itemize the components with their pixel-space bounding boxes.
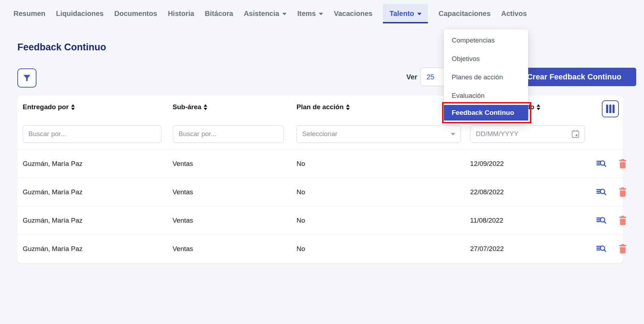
- columns-icon: [606, 105, 608, 113]
- view-details-button[interactable]: [596, 159, 607, 169]
- nav-tab-label: Capacitaciones: [439, 10, 491, 18]
- chevron-down-icon: [282, 13, 287, 15]
- trash-icon: [618, 187, 627, 197]
- create-feedback-button[interactable]: Crear Feedback Continuo: [512, 68, 636, 86]
- cell-creado: 27/07/2022: [470, 235, 504, 263]
- sort-icon: [71, 104, 75, 110]
- nav-tab-label: Items: [297, 10, 316, 18]
- funnel-icon: [22, 73, 32, 83]
- list-search-icon: [596, 244, 607, 253]
- cell-creado: 11/08/2022: [470, 206, 503, 235]
- delete-button[interactable]: [617, 244, 628, 254]
- talento-dropdown-menu: Competencias Objetivos Planes de acción …: [444, 29, 528, 123]
- cell-sub-area: Ventas: [173, 150, 193, 178]
- cell-plan-de-accion: No: [296, 178, 305, 206]
- trash-icon: [618, 244, 627, 254]
- column-label: Sub-área: [173, 103, 201, 111]
- nav-tab-documentos[interactable]: Documentos: [114, 10, 157, 18]
- nav-tab-label: Talento: [389, 10, 414, 18]
- filter-entregado-por-input[interactable]: [23, 125, 162, 143]
- cell-entregado-por: Guzmán, María Paz: [23, 235, 83, 263]
- menu-item-label: Feedback Continuo: [452, 109, 514, 117]
- filter-button[interactable]: [17, 68, 36, 88]
- list-search-icon: [596, 159, 607, 168]
- cell-entregado-por: Guzmán, María Paz: [23, 206, 83, 235]
- nav-tab-activos[interactable]: Activos: [501, 10, 527, 18]
- view-details-button[interactable]: [596, 187, 607, 197]
- nav-tab-label: Historia: [168, 10, 194, 18]
- list-search-icon: [596, 216, 607, 225]
- cell-creado: 22/08/2022: [470, 178, 504, 206]
- table-row: Guzmán, María Paz Ventas No 27/07/2022: [17, 234, 624, 263]
- chevron-down-icon: [451, 133, 455, 135]
- menu-item-label: Competencias: [452, 37, 495, 44]
- menu-item-label: Evaluación: [452, 92, 485, 100]
- date-input[interactable]: [470, 125, 585, 143]
- menu-item-planes-de-accion[interactable]: Planes de acción: [444, 68, 528, 86]
- chevron-down-icon: [417, 13, 422, 15]
- nav-tab-bitacora[interactable]: Bitácora: [205, 10, 233, 18]
- column-label: Plan de acción: [296, 103, 344, 111]
- column-header-sub-area[interactable]: Sub-área: [173, 103, 207, 111]
- column-header-entregado-por[interactable]: Entregado por: [23, 103, 75, 111]
- table-row: Guzmán, María Paz Ventas No 11/08/2022: [17, 206, 624, 234]
- nav-tab-label: Asistencia: [244, 10, 279, 18]
- nav-tab-resumen[interactable]: Resumen: [13, 10, 45, 18]
- cell-sub-area: Ventas: [173, 178, 193, 206]
- view-details-button[interactable]: [596, 244, 607, 254]
- page-title: Feedback Continuo: [17, 42, 106, 53]
- cell-plan-de-accion: No: [296, 235, 305, 263]
- table-row: Guzmán, María Paz Ventas No 22/08/2022: [17, 178, 624, 206]
- list-search-icon: [596, 187, 607, 196]
- per-page-label: Ver: [406, 73, 417, 81]
- filter-creado-date[interactable]: [470, 125, 585, 143]
- menu-item-feedback-continuo[interactable]: Feedback Continuo: [444, 105, 528, 121]
- menu-item-objetivos[interactable]: Objetivos: [444, 50, 528, 68]
- column-header-plan-de-accion[interactable]: Plan de acción: [296, 103, 350, 111]
- nav-tab-label: Liquidaciones: [56, 10, 103, 18]
- cell-creado: 12/09/2022: [470, 150, 504, 178]
- nav-tab-liquidaciones[interactable]: Liquidaciones: [56, 10, 103, 18]
- filter-plan-de-accion-select[interactable]: Seleccionar: [296, 125, 461, 143]
- view-details-button[interactable]: [596, 216, 607, 225]
- menu-item-competencias[interactable]: Competencias: [444, 31, 528, 50]
- create-feedback-label: Crear Feedback Continuo: [527, 73, 621, 82]
- select-placeholder: Seleccionar: [302, 130, 451, 138]
- top-navigation: Resumen Liquidaciones Documentos Histori…: [0, 0, 644, 27]
- delete-button[interactable]: [617, 187, 628, 197]
- delete-button[interactable]: [617, 216, 628, 225]
- columns-visibility-button[interactable]: [602, 100, 619, 117]
- feedback-table-card: Entregado por Sub-área Plan de acción Cr…: [17, 95, 623, 264]
- nav-tab-capacitaciones[interactable]: Capacitaciones: [439, 10, 491, 18]
- menu-item-label: Planes de acción: [452, 73, 503, 81]
- cell-entregado-por: Guzmán, María Paz: [23, 178, 83, 206]
- nav-tab-label: Documentos: [114, 10, 157, 18]
- sort-icon: [346, 104, 350, 110]
- nav-tab-historia[interactable]: Historia: [168, 10, 194, 18]
- nav-tab-label: Activos: [501, 10, 527, 18]
- cell-entregado-por: Guzmán, María Paz: [23, 150, 83, 178]
- column-label: Entregado por: [23, 103, 69, 111]
- calendar-icon: [571, 129, 580, 139]
- cell-sub-area: Ventas: [173, 235, 193, 263]
- trash-icon: [618, 159, 627, 169]
- cell-plan-de-accion: No: [296, 206, 305, 235]
- nav-tab-asistencia[interactable]: Asistencia: [244, 10, 287, 18]
- sort-icon: [204, 104, 207, 110]
- chevron-down-icon: [319, 13, 323, 15]
- cell-plan-de-accion: No: [296, 150, 305, 178]
- nav-tab-label: Bitácora: [205, 10, 233, 18]
- nav-tab-label: Vacaciones: [334, 10, 372, 18]
- trash-icon: [618, 216, 627, 225]
- nav-tab-label: Resumen: [13, 10, 45, 18]
- per-page-value: 25: [426, 73, 434, 81]
- nav-tab-items[interactable]: Items: [297, 10, 323, 18]
- delete-button[interactable]: [617, 159, 628, 169]
- nav-tab-vacaciones[interactable]: Vacaciones: [334, 10, 372, 18]
- cell-sub-area: Ventas: [173, 206, 193, 235]
- menu-item-label: Objetivos: [452, 55, 480, 63]
- nav-tab-talento[interactable]: Talento: [383, 4, 428, 23]
- menu-item-evaluacion[interactable]: Evaluación: [444, 86, 528, 105]
- sort-icon: [537, 104, 540, 110]
- filter-sub-area-input[interactable]: [173, 125, 284, 143]
